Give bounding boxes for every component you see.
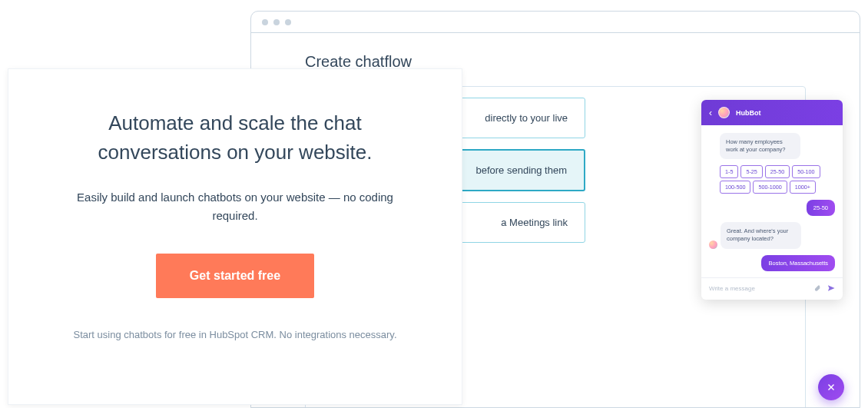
card-text: directly to your live [485,112,568,124]
user-message: 25-50 [807,200,835,216]
get-started-button[interactable]: Get started free [156,254,314,298]
traffic-light-icon [273,19,280,25]
bot-message: How many employees work at your company? [720,133,800,159]
user-message: Boston, Massachusetts [761,255,835,271]
promo-subline: Easily build and launch chatbots on your… [45,188,425,224]
quick-reply-chip[interactable]: 5-25 [740,165,762,178]
chat-input-bar: Write a message [701,277,843,300]
quick-reply-chip[interactable]: 50-100 [792,165,820,178]
promo-headline: Automate and scale the chat conversation… [45,109,425,167]
quick-reply-chip[interactable]: 1000+ [790,181,816,194]
attachment-icon[interactable] [813,284,821,294]
bot-avatar-icon [709,240,717,249]
promo-panel: Automate and scale the chat conversation… [8,68,462,405]
window-title-bar [251,12,860,33]
send-icon[interactable] [827,284,835,294]
quick-reply-chip[interactable]: 500-1000 [753,181,787,194]
card-text: a Meetings link [501,217,568,228]
bot-message: Great. And where's your company located? [721,222,801,248]
quick-reply-chip[interactable]: 1-5 [720,165,738,178]
traffic-light-icon [262,19,268,25]
chat-header: ‹ HubBot [701,100,843,125]
quick-reply-chip[interactable]: 100-500 [720,181,750,194]
quick-reply-chips: 1-5 5-25 25-50 50-100 100-500 500-1000 1… [720,165,835,194]
close-icon [826,382,837,393]
close-chat-button[interactable] [818,374,844,400]
traffic-light-icon [285,19,291,25]
chatbot-preview: ‹ HubBot How many employees work at your… [701,100,843,300]
chat-input[interactable]: Write a message [709,285,755,292]
bot-name: HubBot [736,109,761,117]
card-text: before sending them [475,164,567,176]
quick-reply-chip[interactable]: 25-50 [765,165,790,178]
promo-footnote: Start using chatbots for free in HubSpot… [45,329,425,340]
bot-avatar-icon [718,107,730,118]
chat-body: How many employees work at your company?… [701,125,843,277]
back-icon[interactable]: ‹ [709,108,712,118]
